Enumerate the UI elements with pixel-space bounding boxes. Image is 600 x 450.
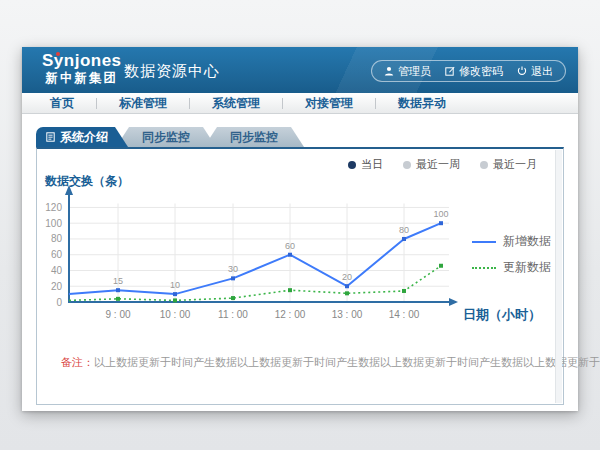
- svg-text:80: 80: [51, 233, 63, 244]
- svg-text:13 : 00: 13 : 00: [332, 309, 363, 320]
- svg-text:日期（小时）: 日期（小时）: [463, 307, 541, 322]
- footnote-label: 备注：: [61, 356, 94, 368]
- footnote: 备注：以上数据更新于时间产生数据以上数据更新于时间产生数据以上数据更新于时间产生…: [61, 355, 600, 370]
- svg-text:40: 40: [51, 265, 63, 276]
- power-icon: [517, 66, 527, 76]
- tab-0[interactable]: 系统介绍: [36, 127, 128, 147]
- header-bar: Synjones 新中新集团 数据资源中心 管理员 修改密码 退出: [22, 47, 578, 93]
- radio-2[interactable]: 最近一月: [480, 157, 537, 172]
- user-icon: [384, 66, 394, 76]
- company-logo[interactable]: Synjones 新中新集团: [42, 51, 122, 85]
- svg-text:0: 0: [56, 297, 62, 308]
- svg-text:80: 80: [399, 225, 409, 235]
- svg-text:100: 100: [45, 218, 62, 229]
- current-user[interactable]: 管理员: [384, 64, 431, 79]
- time-range-filter: 当日最近一周最近一月: [348, 157, 537, 172]
- svg-text:30: 30: [228, 264, 238, 274]
- tab-label: 系统介绍: [60, 127, 108, 147]
- document-icon: [46, 132, 55, 142]
- radio-dot-icon: [403, 161, 411, 169]
- nav-item-3[interactable]: 对接管理: [283, 93, 375, 113]
- logo-red-dot-icon: [56, 52, 60, 56]
- footnote-text: 以上数据更新于时间产生数据以上数据更新于时间产生数据以上数据更新于时间产生数据以…: [94, 356, 600, 368]
- edit-icon: [445, 66, 455, 76]
- tab-label: 同步监控: [142, 130, 190, 144]
- svg-text:60: 60: [51, 249, 63, 260]
- app-window: Synjones 新中新集团 数据资源中心 管理员 修改密码 退出 首页标准管理…: [22, 47, 578, 411]
- svg-text:10 : 00: 10 : 00: [160, 309, 191, 320]
- logo-subtitle: 新中新集团: [42, 71, 122, 85]
- svg-text:10: 10: [170, 280, 180, 290]
- panel-scrollbar[interactable]: [555, 150, 562, 403]
- legend-label: 新增数据: [503, 233, 551, 250]
- legend-item-0[interactable]: 新增数据: [472, 233, 551, 250]
- legend-label: 更新数据: [503, 259, 551, 276]
- radio-dot-icon: [348, 161, 356, 169]
- radio-1[interactable]: 最近一周: [403, 157, 460, 172]
- nav-item-4[interactable]: 数据异动: [376, 93, 468, 113]
- radio-label: 最近一月: [493, 157, 537, 172]
- svg-text:20: 20: [342, 272, 352, 282]
- tab-2[interactable]: 同步监控: [204, 127, 304, 147]
- logout-button[interactable]: 退出: [517, 64, 553, 79]
- radio-0[interactable]: 当日: [348, 157, 383, 172]
- svg-text:15: 15: [113, 276, 123, 286]
- svg-text:11 : 00: 11 : 00: [218, 309, 248, 320]
- page-title: 数据资源中心: [124, 62, 220, 81]
- chart-legend: 新增数据更新数据: [472, 233, 551, 276]
- svg-text:12 : 00: 12 : 00: [275, 309, 306, 320]
- svg-text:100: 100: [433, 209, 448, 219]
- main-nav: 首页标准管理系统管理对接管理数据异动: [22, 93, 578, 114]
- legend-item-1[interactable]: 更新数据: [472, 259, 551, 276]
- legend-line-icon: [472, 241, 496, 243]
- legend-line-icon: [472, 267, 496, 269]
- radio-dot-icon: [480, 161, 488, 169]
- svg-text:9 : 00: 9 : 00: [105, 309, 130, 320]
- svg-text:14 : 00: 14 : 00: [389, 309, 420, 320]
- radio-label: 最近一周: [416, 157, 460, 172]
- change-password-button[interactable]: 修改密码: [445, 64, 503, 79]
- user-toolbar: 管理员 修改密码 退出: [371, 60, 566, 82]
- radio-label: 当日: [361, 157, 383, 172]
- svg-text:60: 60: [285, 241, 295, 251]
- nav-item-1[interactable]: 标准管理: [97, 93, 189, 113]
- svg-text:120: 120: [45, 202, 62, 213]
- tab-bar: 系统介绍同步监控同步监控: [36, 127, 304, 147]
- tab-1[interactable]: 同步监控: [116, 127, 216, 147]
- nav-item-2[interactable]: 系统管理: [190, 93, 282, 113]
- tab-label: 同步监控: [230, 130, 278, 144]
- logo-text: Synjones: [42, 51, 122, 71]
- content-panel: 当日最近一周最近一月 数据交换（条） 0204060801001209 : 00…: [36, 147, 564, 405]
- nav-item-0[interactable]: 首页: [28, 93, 96, 113]
- svg-text:20: 20: [51, 281, 63, 292]
